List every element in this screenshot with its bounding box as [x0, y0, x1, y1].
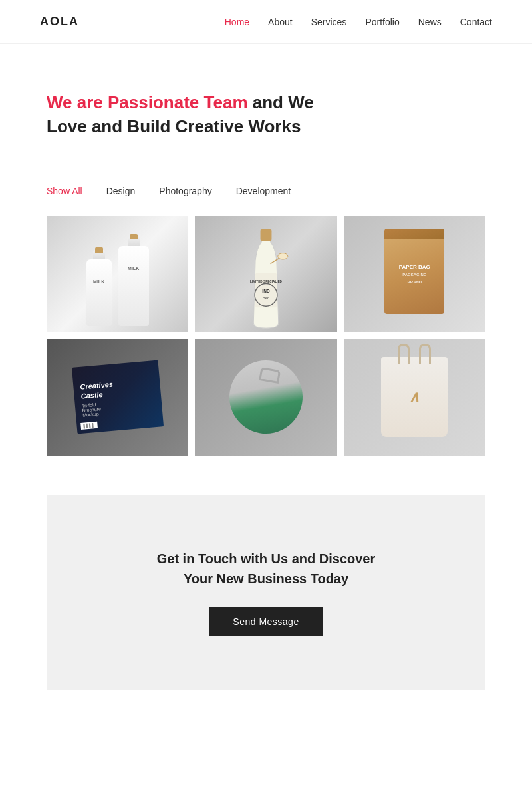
- brochure-subtitle: Tri-foldBrochureMockup: [81, 402, 101, 417]
- cap-small: [95, 247, 103, 253]
- portfolio-item-1[interactable]: MILK MILK: [47, 216, 188, 332]
- cta-section: Get in Touch with Us and Discover Your N…: [47, 495, 485, 690]
- hero-section: We are Passionate Team and We Love and B…: [0, 44, 532, 166]
- milk-bottle-small: MILK: [86, 259, 112, 326]
- portfolio-item-5[interactable]: [195, 339, 336, 456]
- main-nav: Home About Services Portfolio News Conta…: [225, 17, 492, 27]
- portfolio-item-4[interactable]: CreativesCastle Tri-foldBrochureMockup ▌…: [47, 339, 188, 456]
- logo: AOLA: [40, 15, 79, 29]
- nav-services[interactable]: Services: [311, 17, 347, 27]
- brochure-title: CreativesCastle: [80, 380, 114, 401]
- send-message-button[interactable]: Send Message: [209, 607, 323, 636]
- hero-body: and We: [248, 92, 314, 112]
- hero-highlight: We are Passionate Team: [47, 92, 248, 112]
- tote-handle-left: [398, 344, 410, 364]
- filter-development[interactable]: Development: [236, 186, 291, 196]
- portfolio-item-6[interactable]: ∧: [344, 339, 485, 456]
- nav-about[interactable]: About: [268, 17, 293, 27]
- paper-bag: PAPER BAGPACKAGINGBRAND: [384, 234, 444, 314]
- svg-point-7: [278, 253, 288, 259]
- svg-text:IND: IND: [262, 288, 270, 293]
- svg-text:Hed: Hed: [263, 296, 269, 300]
- tote-logo: ∧: [409, 388, 420, 406]
- nav-news[interactable]: News: [418, 17, 442, 27]
- filter-design[interactable]: Design: [106, 186, 136, 196]
- brochure-barcode: ▌▌▌▌: [80, 422, 98, 430]
- header: AOLA Home About Services Portfolio News …: [0, 0, 532, 44]
- cta-title: Get in Touch with Us and Discover Your N…: [157, 549, 376, 589]
- svg-rect-5: [261, 229, 272, 241]
- beer-bottle-svg: LIMITED SPECIAL ED IND Hed: [243, 229, 289, 329]
- filter-photography[interactable]: Photography: [159, 186, 211, 196]
- hero-line2: Love and Build Creative Works: [47, 116, 301, 136]
- portfolio-item-3[interactable]: PAPER BAGPACKAGINGBRAND: [344, 216, 485, 332]
- nav-home[interactable]: Home: [225, 17, 249, 27]
- filter-bar: Show All Design Photography Development: [0, 166, 532, 209]
- portfolio-grid: MILK MILK LIMITED SPECIAL ED IND Hed: [0, 209, 532, 495]
- cap-big: [130, 234, 138, 239]
- tote-bag: ∧: [381, 357, 448, 437]
- nav-portfolio[interactable]: Portfolio: [365, 17, 399, 27]
- hero-text: We are Passionate Team and We Love and B…: [47, 90, 485, 139]
- can: [223, 355, 308, 440]
- portfolio-item-2[interactable]: LIMITED SPECIAL ED IND Hed: [195, 216, 336, 332]
- nav-contact[interactable]: Contact: [460, 17, 492, 27]
- milk-bottle-big: MILK: [118, 246, 149, 326]
- brochure: CreativesCastle Tri-foldBrochureMockup ▌…: [72, 360, 164, 434]
- paper-bag-top: [384, 229, 444, 239]
- svg-text:LIMITED SPECIAL ED: LIMITED SPECIAL ED: [250, 279, 283, 283]
- tote-handle-right: [419, 344, 431, 364]
- can-ring: [259, 367, 281, 384]
- paper-bag-label: PAPER BAGPACKAGINGBRAND: [399, 263, 430, 286]
- filter-show-all[interactable]: Show All: [47, 186, 82, 196]
